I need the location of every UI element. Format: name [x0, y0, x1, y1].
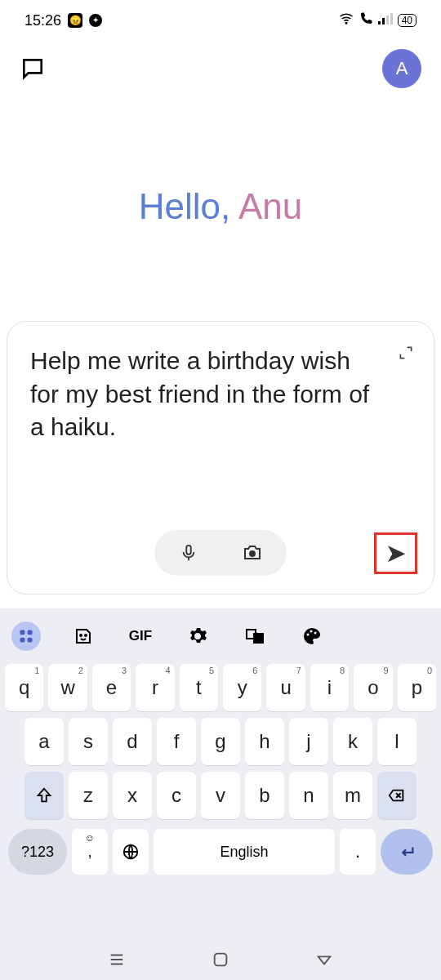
keyboard-row-3: z x c v b n m	[0, 768, 441, 822]
expand-icon[interactable]	[398, 345, 414, 361]
call-icon	[359, 11, 373, 29]
svg-point-11	[80, 635, 82, 636]
nav-bar	[0, 942, 441, 977]
svg-rect-10	[28, 638, 33, 643]
kb-tool-settings-icon[interactable]	[183, 621, 212, 651]
nav-back-icon[interactable]	[315, 951, 333, 969]
status-time: 15:26	[24, 12, 61, 29]
kb-tool-apps-icon[interactable]	[11, 621, 41, 651]
key-j[interactable]: j	[289, 718, 328, 765]
send-icon[interactable]: ➤	[386, 541, 405, 566]
key-v[interactable]: v	[201, 772, 240, 819]
keyboard-row-1: q1 w2 e3 r4 t5 y6 u7 i8 o9 p0	[0, 661, 441, 715]
svg-rect-14	[254, 634, 263, 643]
svg-rect-2	[382, 18, 385, 24]
key-p[interactable]: p0	[398, 664, 436, 711]
svg-point-0	[345, 23, 347, 24]
key-symbols[interactable]: ?123	[8, 829, 67, 875]
key-backspace[interactable]	[377, 772, 416, 819]
app-notif-icon-2	[89, 14, 102, 27]
key-y[interactable]: y6	[223, 664, 261, 711]
wifi-icon	[339, 11, 354, 29]
keyboard-row-4: ?123 ☺, English .	[0, 822, 441, 878]
key-x[interactable]: x	[113, 772, 152, 819]
key-l[interactable]: l	[377, 718, 416, 765]
key-c[interactable]: c	[157, 772, 196, 819]
key-f[interactable]: f	[157, 718, 196, 765]
send-button-highlight: ➤	[374, 532, 417, 574]
key-q[interactable]: q1	[5, 664, 43, 711]
chat-icon[interactable]	[20, 56, 46, 82]
keyboard-toolbar: GIF	[0, 618, 441, 661]
key-a[interactable]: a	[24, 718, 64, 765]
svg-rect-7	[20, 630, 25, 635]
svg-point-15	[307, 634, 310, 636]
key-globe-icon[interactable]	[113, 829, 149, 875]
key-b[interactable]: b	[245, 772, 284, 819]
svg-rect-19	[215, 954, 227, 966]
camera-icon[interactable]	[241, 541, 264, 564]
svg-rect-1	[378, 21, 381, 24]
key-u[interactable]: u7	[266, 664, 305, 711]
avatar-initial: A	[396, 58, 408, 79]
kb-tool-sticker-icon[interactable]	[69, 621, 98, 651]
key-space[interactable]: English	[154, 829, 335, 875]
signal-icon	[378, 13, 393, 28]
key-k[interactable]: k	[333, 718, 372, 765]
key-comma[interactable]: ☺,	[72, 829, 108, 875]
key-w[interactable]: w2	[48, 664, 87, 711]
key-d[interactable]: d	[113, 718, 152, 765]
keyboard-row-2: a s d f g h j k l	[0, 715, 441, 768]
key-i[interactable]: i8	[310, 664, 349, 711]
svg-point-16	[310, 630, 313, 633]
key-n[interactable]: n	[289, 772, 328, 819]
svg-rect-5	[186, 546, 191, 555]
top-bar: A	[0, 41, 441, 96]
mic-icon[interactable]	[177, 541, 200, 564]
svg-point-6	[250, 551, 255, 556]
svg-rect-8	[28, 630, 33, 635]
greeting-name: Anu	[238, 186, 302, 226]
prompt-input[interactable]: Help me write a birthday wish for my bes…	[30, 345, 411, 444]
key-t[interactable]: t5	[180, 664, 218, 711]
key-g[interactable]: g	[201, 718, 240, 765]
svg-rect-3	[386, 16, 389, 24]
key-enter[interactable]	[381, 829, 433, 875]
key-e[interactable]: e3	[92, 664, 131, 711]
greeting-hello: Hello,	[139, 186, 238, 226]
keyboard: GIF q1 w2 e3 r4 t5 y6 u7 i8 o9 p0 a s d …	[0, 608, 441, 980]
key-shift[interactable]	[24, 772, 64, 819]
greeting-text: Hello, Anu	[0, 186, 441, 227]
svg-rect-9	[20, 638, 25, 643]
battery-indicator: 40	[398, 14, 416, 27]
app-notif-icon: 😠	[68, 13, 82, 28]
key-z[interactable]: z	[69, 772, 108, 819]
svg-point-17	[314, 632, 317, 635]
key-h[interactable]: h	[245, 718, 284, 765]
key-r[interactable]: r4	[136, 664, 174, 711]
prompt-card: Help me write a birthday wish for my bes…	[7, 321, 434, 595]
kb-tool-translate-icon[interactable]	[240, 621, 270, 651]
kb-tool-palette-icon[interactable]	[297, 621, 327, 651]
svg-point-12	[85, 635, 87, 636]
avatar[interactable]: A	[382, 49, 421, 88]
svg-rect-4	[390, 13, 393, 24]
key-m[interactable]: m	[333, 772, 372, 819]
input-pill	[154, 530, 287, 576]
status-bar: 15:26 😠 40	[0, 0, 441, 41]
nav-home-icon[interactable]	[212, 951, 229, 969]
key-period[interactable]: .	[340, 829, 376, 875]
nav-recent-icon[interactable]	[108, 951, 126, 969]
kb-tool-gif[interactable]: GIF	[126, 621, 155, 651]
key-s[interactable]: s	[69, 718, 108, 765]
key-o[interactable]: o9	[354, 664, 392, 711]
